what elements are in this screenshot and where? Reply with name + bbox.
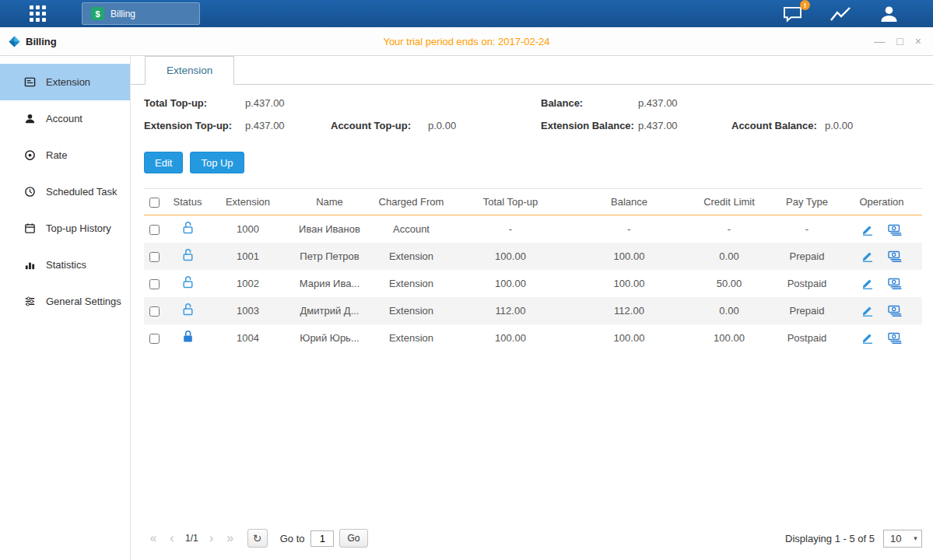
app-brand: Billing [9,36,57,47]
page-size-value: 10 [884,533,910,544]
cell-name: Дмитрий Д... [285,297,374,324]
chevron-down-icon: ▾ [910,534,921,542]
window-body: Extension Account Rate Scheduled Task [0,56,933,560]
minimize-icon[interactable]: — [874,36,885,47]
cell-credit-limit: - [686,215,773,243]
pagination-summary: Displaying 1 - 5 of 5 10 ▾ [785,530,922,548]
messages-icon[interactable]: ! [782,5,803,23]
cell-pay-type: Postpaid [773,324,841,352]
goto-page-input[interactable] [310,530,334,547]
summary-label: Extension Balance: [541,120,638,131]
edit-button[interactable]: Edit [144,152,183,173]
edit-icon[interactable] [861,304,874,317]
cell-charged-from: Account [374,215,448,243]
top-up-money-icon[interactable] [888,304,902,317]
first-page-button[interactable]: « [144,531,163,545]
sidebar-item-rate[interactable]: Rate [0,137,130,173]
row-checkbox[interactable] [149,306,160,317]
apps-grid-icon[interactable] [30,5,46,22]
balance-summary: Total Top-up: p.437.00 Balance: p.437.00… [144,97,922,142]
page-size-select[interactable]: 10 ▾ [883,530,922,548]
cell-charged-from: Extension [374,243,448,270]
top-up-money-icon[interactable] [888,250,902,262]
billing-app-tab[interactable]: $ Billing [82,2,200,25]
top-up-money-icon[interactable] [888,331,902,344]
summary-value: p.437.00 [245,120,331,131]
user-account-icon[interactable] [879,5,899,23]
cell-total-topup: - [448,215,573,243]
edit-icon[interactable] [861,250,874,262]
table-row[interactable]: 1002 Мария Ива... Extension 100.00 100.0… [144,270,922,297]
edit-icon[interactable] [861,277,874,289]
cell-credit-limit: 0.00 [686,243,773,270]
row-checkbox[interactable] [149,334,160,344]
account-icon [23,113,36,124]
table-row[interactable]: 1004 Юрий Юрь... Extension 100.00 100.00… [144,324,922,352]
billing-dollar-icon: $ [91,7,104,20]
app-name: Billing [26,36,57,47]
row-checkbox[interactable] [149,252,160,262]
status-lock-icon [182,330,194,343]
maximize-icon[interactable]: □ [896,36,903,47]
sidebar: Extension Account Rate Scheduled Task [0,56,131,560]
statistics-chart-icon[interactable] [830,5,853,23]
cell-pay-type: Prepaid [773,297,841,324]
billing-app-window: $ Billing ! [0,0,933,560]
extension-panel: Total Top-up: p.437.00 Balance: p.437.00… [131,85,933,560]
clock-icon [23,186,36,198]
next-page-button[interactable]: › [202,531,221,545]
notification-badge: ! [800,0,810,10]
page-indicator: 1/1 [185,533,198,544]
summary-value: p.437.00 [638,120,731,131]
cell-status [164,215,211,243]
table-row[interactable]: 1003 Дмитрий Д... Extension 112.00 112.0… [144,297,922,324]
column-header-name: Name [285,189,374,215]
table-header-row: Status Extension Name Charged From Total… [144,189,922,215]
cell-checkbox [144,270,164,297]
cell-charged-from: Extension [374,324,448,352]
sidebar-item-account[interactable]: Account [0,100,130,137]
table-row[interactable]: 1000 Иван Иванов Account - - - - [144,215,922,243]
go-button[interactable]: Go [339,529,367,548]
prev-page-button[interactable]: ‹ [163,531,181,545]
cell-operation [841,243,922,270]
sidebar-item-topup-history[interactable]: Top-up History [0,210,130,247]
sidebar-item-statistics[interactable]: Statistics [0,247,130,283]
top-up-button[interactable]: Top Up [190,152,244,173]
refresh-button[interactable]: ↻ [247,529,268,548]
select-all-checkbox[interactable] [149,198,160,208]
sliders-icon [23,296,36,307]
sidebar-item-general-settings[interactable]: General Settings [0,283,130,320]
column-header-charged-from: Charged From [374,189,448,215]
cell-total-topup: 100.00 [448,243,573,270]
row-checkbox[interactable] [149,279,160,289]
status-lock-icon [182,275,194,289]
window-controls: — □ × [874,36,933,47]
cell-name: Юрий Юрь... [285,324,374,352]
top-up-money-icon[interactable] [888,277,902,289]
last-page-button[interactable]: » [221,531,240,545]
cell-balance: 100.00 [573,270,686,297]
billing-diamond-icon [9,36,20,47]
cell-operation [841,324,922,352]
row-checkbox[interactable] [149,225,160,235]
cell-credit-limit: 50.00 [686,270,773,297]
cell-checkbox [144,297,164,324]
status-lock-icon [182,248,194,261]
cell-charged-from: Extension [374,297,448,324]
edit-icon[interactable] [861,223,874,236]
cell-pay-type: Postpaid [773,270,841,297]
close-icon[interactable]: × [915,36,921,47]
tabstrip: Extension [131,56,933,85]
table-row[interactable]: 1001 Петр Петров Extension 100.00 100.00… [144,243,922,270]
tab-extension[interactable]: Extension [145,56,234,85]
top-up-money-icon[interactable] [888,223,902,236]
edit-icon[interactable] [861,331,874,344]
goto-label: Go to [280,533,305,544]
sidebar-item-scheduled-task[interactable]: Scheduled Task [0,173,130,210]
sidebar-item-extension[interactable]: Extension [0,64,130,100]
cell-checkbox [144,215,164,243]
bar-chart-icon [23,259,36,271]
column-header-operation: Operation [841,189,922,215]
cell-extension: 1000 [211,215,285,243]
